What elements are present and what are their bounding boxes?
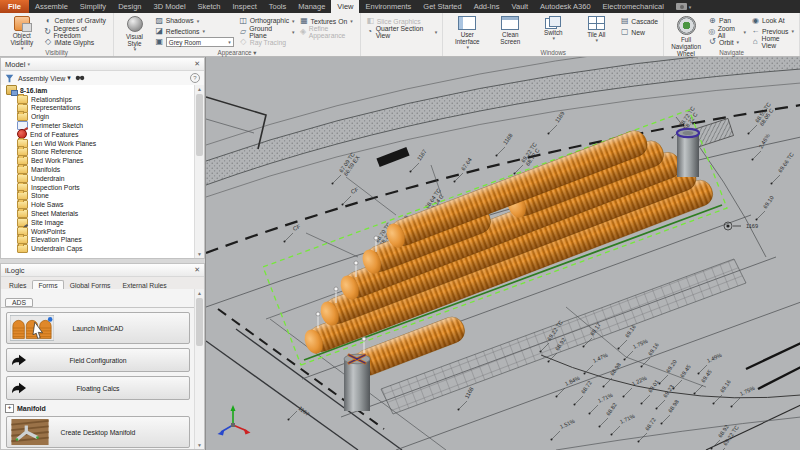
visual-style-button[interactable]: Visual Style▾ — [119, 15, 149, 47]
model-tree-scrollbar[interactable]: ▲ ▼ — [194, 85, 204, 258]
item-label: Degrees of Freedom — [53, 25, 108, 39]
form-group-manifold[interactable]: +Manifold — [5, 404, 189, 413]
tab-manage[interactable]: Manage — [292, 0, 331, 13]
orbit-button[interactable]: ↺Orbit▾ — [708, 38, 746, 48]
tree-item-underdrain[interactable]: Underdrain — [4, 174, 195, 183]
zoom-all-button[interactable]: ◎Zoom All▾ — [708, 27, 746, 37]
tree-item-len-wid-work-planes[interactable]: Len Wid Work Planes — [4, 139, 195, 148]
tree-item-stone[interactable]: Stone — [4, 192, 195, 201]
tree-item-sheet-materials[interactable]: Sheet Materials — [4, 209, 195, 218]
ribbon-group-label[interactable]: Appearance ▾ — [114, 49, 359, 56]
tab-view[interactable]: View — [331, 0, 359, 13]
tab-electromechanical[interactable]: Electromechanical — [597, 0, 670, 13]
tab-get-started[interactable]: Get Started — [417, 0, 467, 13]
tab-file[interactable]: File — [0, 0, 29, 13]
expand-icon[interactable]: + — [5, 404, 14, 413]
object-visibility-button[interactable]: Object Visibility▾ — [5, 15, 39, 47]
launch-minicad-button[interactable]: Launch MiniCAD — [6, 312, 190, 344]
form-button-label: Field Configuration — [69, 357, 126, 364]
model-viewport[interactable]: 67.09 TC66.59 EXCFCF116767.6468.64 TC68.… — [205, 57, 800, 450]
close-icon[interactable]: ✕ — [194, 266, 200, 274]
grey-room-button[interactable]: ▣Grey Room▾ — [155, 37, 234, 47]
divider — [1, 307, 195, 308]
inspection-port-post-top[interactable] — [677, 129, 699, 177]
tree-item-underdrain-caps[interactable]: Underdrain Caps — [4, 244, 195, 253]
tree-item-origin[interactable]: Origin — [4, 112, 195, 121]
slice-icon: ◧ — [366, 17, 375, 25]
user-interface-button[interactable]: User Interface▾ — [448, 15, 486, 47]
tab-tools[interactable]: Tools — [263, 0, 293, 13]
imate-glyphs-button[interactable]: ◇iMate Glyphs — [44, 38, 109, 48]
view-selector[interactable]: Assembly View▾ — [18, 74, 71, 82]
capture-icon[interactable]: ▾ — [670, 0, 698, 13]
item-label: Cascade — [631, 18, 658, 25]
pipes-thumb-icon — [10, 315, 54, 341]
tab-inspect[interactable]: Inspect — [227, 0, 263, 13]
tree-item-site-image[interactable]: Site Image — [4, 218, 195, 227]
tree-item-relationships[interactable]: Relationships — [4, 95, 195, 104]
tile-all-button[interactable]: Tile All▾ — [577, 15, 615, 47]
tab-autodesk-a360[interactable]: Autodesk A360 — [534, 0, 596, 13]
ribbon: Object Visibility▾◐Center of Gravity↻Deg… — [0, 13, 800, 57]
tree-root[interactable]: 8-16.iam — [4, 86, 195, 95]
quarter-section-view-button[interactable]: ◔Quarter Section View▾ — [366, 27, 438, 37]
look-at-button[interactable]: ◉Look At — [751, 16, 794, 26]
inspection-port-post-bottom[interactable] — [344, 354, 370, 411]
tab-vault[interactable]: Vault — [506, 0, 535, 13]
ground-plane-button[interactable]: ▱Ground Plane▾ — [239, 27, 295, 37]
tab-design[interactable]: Design — [112, 0, 147, 13]
shadows-button[interactable]: ▨Shadows▾ — [155, 16, 234, 26]
tree-item-stone-reference[interactable]: Stone Reference — [4, 148, 195, 157]
tex-icon: ▦ — [300, 17, 309, 25]
cascade-button[interactable]: ▤Cascade — [620, 16, 658, 26]
reflections-button[interactable]: ◪Reflections▾ — [155, 27, 234, 37]
tab-simplify[interactable]: Simplify — [74, 0, 112, 13]
tree-item-bed-work-planes[interactable]: Bed Work Planes — [4, 156, 195, 165]
form-button-label: Floating Calcs — [76, 385, 119, 392]
home-view-button[interactable]: ⌂Home View — [751, 37, 794, 47]
create-desktop-manifold-button[interactable]: Create Desktop Manifold — [6, 416, 190, 448]
ribbon-group-label[interactable]: Visibility — [0, 49, 113, 56]
tree-item-label: Perimeter Sketch — [31, 122, 83, 129]
field-configuration-button[interactable]: Field Configuration — [6, 348, 190, 372]
chevron-down-icon[interactable]: ▾ — [27, 61, 30, 67]
tab-environments[interactable]: Environments — [359, 0, 417, 13]
tab-assemble[interactable]: Assemble — [29, 0, 74, 13]
help-icon[interactable]: ? — [190, 73, 200, 83]
tree-item-inspection-ports[interactable]: Inspection Ports — [4, 183, 195, 192]
degrees-of-freedom-button[interactable]: ↻Degrees of Freedom — [44, 27, 109, 37]
switch-icon — [545, 16, 561, 28]
tab-3d-model[interactable]: 3D Model — [147, 0, 191, 13]
new-button[interactable]: ▢New — [620, 27, 658, 37]
switch-button[interactable]: Switch▾ — [534, 15, 572, 47]
item-label: Refine Appearance — [309, 25, 355, 39]
tab-ads[interactable]: ADS — [5, 298, 33, 307]
visual-icon — [127, 16, 143, 32]
tree-item-perimeter-sketch[interactable]: Perimeter Sketch — [4, 121, 195, 130]
model-panel-header[interactable]: Model ▾ ✕ — [1, 58, 204, 71]
ilogic-panel-header[interactable]: iLogic ✕ — [1, 264, 204, 277]
floating-calcs-button[interactable]: Floating Calcs — [6, 376, 190, 400]
ribbon-group-label[interactable]: Windows — [443, 49, 663, 56]
ribbon-group-label[interactable]: Navigate — [664, 49, 799, 56]
filter-icon[interactable] — [5, 74, 14, 83]
scroll-thumb[interactable] — [196, 298, 203, 346]
ilogic-scrollbar[interactable]: ▲ ▼ — [194, 289, 204, 449]
search-icon[interactable] — [75, 74, 85, 82]
full-navigation-wheel-button[interactable]: Full Navigation Wheel▾ — [669, 15, 703, 47]
tree-item-representations[interactable]: Representations — [4, 104, 195, 113]
item-label: Shadows — [166, 17, 194, 24]
tab-sketch[interactable]: Sketch — [192, 0, 227, 13]
ribbon-group-visibility: Object Visibility▾◐Center of Gravity↻Deg… — [0, 13, 114, 56]
tree-item-hole-saws[interactable]: Hole Saws — [4, 200, 195, 209]
tree-item-elevation-planes[interactable]: Elevation Planes — [4, 236, 195, 245]
tree-item-end-of-features[interactable]: End of Features — [4, 130, 195, 139]
close-icon[interactable]: ✕ — [194, 60, 200, 68]
tree-item-manifolds[interactable]: Manifolds — [4, 165, 195, 174]
tab-add-ins[interactable]: Add-Ins — [468, 0, 506, 13]
clean-screen-button[interactable]: Clean Screen — [491, 15, 529, 47]
scroll-thumb[interactable] — [196, 94, 203, 156]
grey-room-select[interactable]: Grey Room▾ — [166, 37, 234, 47]
tree-item-workpoints[interactable]: WorkPoints — [4, 227, 195, 236]
tree-item-label: Relationships — [31, 96, 72, 103]
